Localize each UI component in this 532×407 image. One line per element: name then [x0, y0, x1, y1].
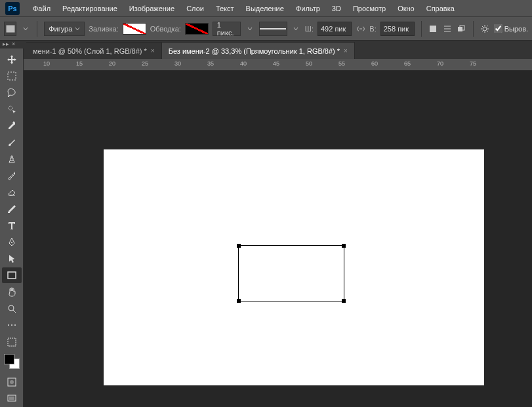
ruler-tick: 10	[43, 60, 50, 67]
hand-tool[interactable]	[2, 284, 22, 300]
menu-layer[interactable]: Слои	[181, 2, 209, 15]
canvas-viewport[interactable]	[24, 71, 532, 407]
gear-icon[interactable]	[480, 23, 489, 35]
eyedropper-tool[interactable]	[2, 118, 22, 133]
document-tab[interactable]: Без имени-2 @ 33,3% (Прямоугольник 1, RG…	[162, 42, 355, 59]
pen-tool[interactable]	[2, 235, 22, 250]
type-tool[interactable]	[2, 218, 22, 233]
transform-handle[interactable]	[342, 244, 346, 248]
stroke-width-value: 1 пикс.	[217, 21, 237, 37]
svg-rect-10	[8, 272, 16, 279]
lasso-tool[interactable]	[2, 85, 22, 100]
panel-collapse-tags: ▸▸ ×	[0, 41, 24, 48]
ruler-tick: 15	[76, 60, 83, 67]
tool-preset-button[interactable]	[4, 22, 16, 36]
path-operations-icon[interactable]	[428, 23, 438, 35]
ruler-tick: 45	[273, 60, 279, 67]
foreground-color-swatch[interactable]	[4, 354, 14, 364]
svg-rect-6	[8, 72, 16, 80]
align-edges-checkbox[interactable]: Выров.	[494, 24, 528, 33]
close-icon[interactable]: ×	[344, 47, 348, 54]
ruler-tick: 25	[142, 60, 148, 67]
menu-help[interactable]: Справка	[421, 2, 460, 15]
chevron-down-icon[interactable]	[245, 23, 255, 35]
app-logo: Ps	[5, 2, 20, 15]
rectangle-tool[interactable]	[2, 267, 22, 282]
horizontal-ruler[interactable]: 10 15 20 25 30 35 40 45 50 55 60 65 70 7…	[24, 59, 532, 71]
menu-type[interactable]: Текст	[211, 2, 239, 15]
menu-3d[interactable]: 3D	[327, 2, 346, 15]
toolbox	[0, 48, 24, 407]
transform-handle[interactable]	[237, 299, 241, 303]
svg-point-9	[11, 242, 12, 243]
menu-view[interactable]: Просмотр	[348, 2, 391, 15]
more-tools[interactable]	[2, 318, 22, 333]
quick-mask-tool[interactable]	[2, 374, 22, 389]
stroke-label: Обводка:	[150, 25, 181, 33]
svg-point-11	[9, 305, 14, 311]
align-edges-label: Выров.	[504, 25, 528, 33]
svg-point-13	[11, 324, 12, 326]
marquee-tool[interactable]	[2, 68, 22, 83]
brush-tool[interactable]	[2, 135, 22, 150]
divider	[37, 21, 37, 37]
svg-rect-15	[8, 338, 16, 346]
document-tab[interactable]: мени-1 @ 50% (Слой 1, RGB/8#) * ×	[26, 42, 162, 59]
fill-swatch[interactable]	[123, 23, 146, 35]
document-tabs: мени-1 @ 50% (Слой 1, RGB/8#) * × Без им…	[0, 41, 532, 59]
transform-handle[interactable]	[237, 244, 241, 248]
path-select-tool[interactable]	[2, 251, 22, 266]
shape-mode-dropdown[interactable]: Фигура	[44, 22, 85, 36]
foreground-background-colors[interactable]	[3, 353, 21, 370]
gradient-tool[interactable]	[2, 201, 22, 216]
svg-rect-8	[8, 212, 10, 213]
ruler-tick: 60	[371, 60, 378, 67]
svg-point-5	[483, 27, 487, 31]
rectangle-shape[interactable]	[238, 245, 344, 301]
svg-point-14	[14, 324, 16, 326]
work-area: 10 15 20 25 30 35 40 45 50 55 60 65 70 7…	[24, 59, 532, 407]
width-input[interactable]	[317, 22, 352, 36]
stroke-swatch[interactable]	[185, 23, 209, 35]
height-input[interactable]	[380, 22, 415, 36]
eraser-tool[interactable]	[2, 185, 22, 200]
close-icon[interactable]: ×	[12, 41, 15, 48]
zoom-tool[interactable]	[2, 301, 22, 316]
options-bar: Фигура Заливка: Обводка: 1 пикс. Ш: В: В…	[0, 17, 532, 41]
collapse-icon[interactable]: ▸▸	[3, 41, 9, 48]
svg-point-7	[9, 106, 12, 110]
edit-toolbar[interactable]	[2, 334, 22, 349]
svg-rect-2	[430, 26, 436, 32]
menu-filter[interactable]: Фильтр	[291, 2, 325, 15]
svg-point-17	[10, 380, 14, 384]
move-tool[interactable]	[2, 52, 22, 67]
svg-rect-0	[7, 26, 14, 32]
transform-handle[interactable]	[342, 299, 346, 303]
clone-stamp-tool[interactable]	[2, 151, 22, 166]
quick-select-tool[interactable]	[2, 102, 22, 117]
chevron-down-icon[interactable]	[291, 23, 301, 35]
shape-mode-label: Фигура	[49, 25, 72, 33]
document-canvas[interactable]	[104, 149, 484, 385]
stroke-width-dropdown[interactable]: 1 пикс.	[213, 22, 241, 36]
menu-bar: Ps Файл Редактирование Изображение Слои …	[0, 0, 532, 17]
stroke-style-dropdown[interactable]	[259, 22, 287, 36]
height-label: В:	[369, 25, 376, 33]
link-icon[interactable]	[356, 23, 365, 35]
chevron-down-icon[interactable]	[20, 23, 30, 35]
chevron-down-icon	[75, 26, 80, 31]
close-icon[interactable]: ×	[151, 47, 155, 54]
menu-file[interactable]: Файл	[28, 2, 56, 15]
menu-image[interactable]: Изображение	[124, 2, 180, 15]
ruler-tick: 55	[338, 60, 345, 67]
ruler-tick: 40	[240, 60, 247, 67]
fill-label: Заливка:	[89, 25, 118, 33]
ruler-tick: 50	[306, 60, 312, 67]
menu-window[interactable]: Окно	[392, 2, 420, 15]
align-icon[interactable]	[442, 23, 452, 35]
history-brush-tool[interactable]	[2, 168, 22, 183]
screen-mode-tool[interactable]	[2, 391, 22, 406]
arrange-icon[interactable]	[456, 23, 466, 35]
menu-select[interactable]: Выделение	[241, 2, 289, 15]
menu-edit[interactable]: Редактирование	[57, 2, 123, 15]
